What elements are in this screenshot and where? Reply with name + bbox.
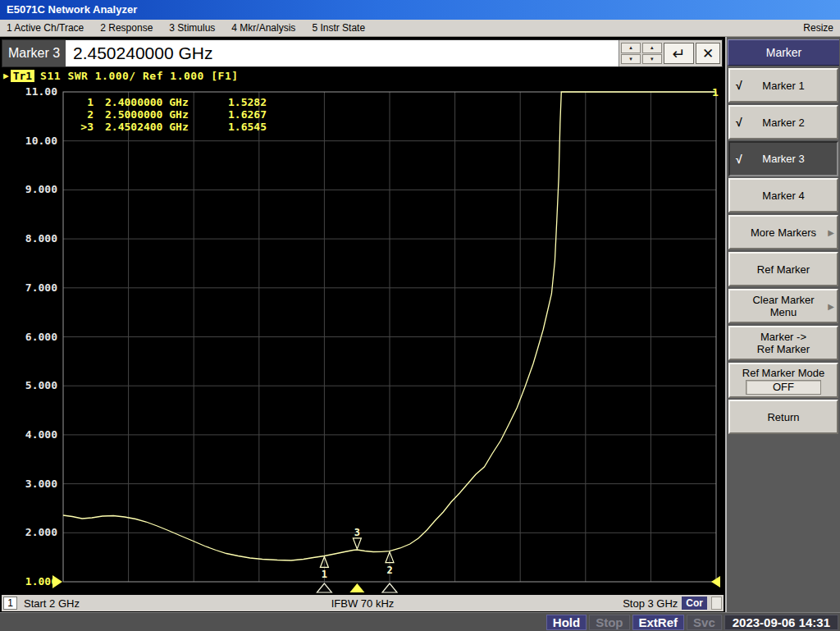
marker-number-label: 2 <box>386 565 392 576</box>
system-status-bar: Hold Stop ExtRef Svc 2023-09-06 14:31 <box>0 612 840 631</box>
fine-stepper: ▴ ▾ <box>642 43 662 64</box>
softkey-label: Marker 1 <box>762 80 804 92</box>
trigger-status-stop: Stop <box>589 615 629 630</box>
softkey-marker-to-ref-marker[interactable]: Marker -> Ref Marker <box>728 326 838 360</box>
checkmark-icon: √ <box>736 117 742 129</box>
softkey-label-line1: Clear Marker <box>752 294 814 306</box>
reference-status-extref: ExtRef <box>632 615 685 630</box>
marker-symbol[interactable] <box>353 538 361 549</box>
marker-entry-bar: Marker 3 2.450240000 GHz ▴ ▾ ▴ ▾ ↵ ✕ <box>2 39 723 67</box>
window-title: E5071C Network Analyzer <box>7 3 137 16</box>
softkey-ref-marker-mode[interactable]: Ref Marker Mode OFF <box>728 363 838 398</box>
marker-value-input[interactable]: 2.450240000 GHz <box>66 40 619 66</box>
swr-trace <box>63 92 714 560</box>
menu-resize[interactable]: Resize <box>803 22 833 34</box>
fine-step-up-button[interactable]: ▴ <box>642 43 662 53</box>
menu-bar: 1 Active Ch/Trace 2 Response 3 Stimulus … <box>0 20 840 37</box>
softkey-label: Marker 2 <box>762 117 804 129</box>
trace-number-label: 1 <box>712 86 719 98</box>
softkey-label-line2: Menu <box>752 306 814 318</box>
ref-level-arrow-left-icon <box>52 575 62 588</box>
menu-response[interactable]: 2 Response <box>100 22 153 34</box>
marker-row-value: 1.6267 <box>225 108 267 121</box>
instrument-screen: Marker 3 2.450240000 GHz ▴ ▾ ▴ ▾ ↵ ✕ ▶ T… <box>0 37 725 612</box>
marker-row-value: 1.6545 <box>225 121 267 133</box>
enter-icon: ↵ <box>672 44 685 63</box>
active-trace-arrow-icon: ▶ <box>3 71 9 81</box>
marker-row-frequency: 2.4502400 GHz <box>94 121 225 133</box>
coarse-step-up-button[interactable]: ▴ <box>621 43 641 53</box>
softkey-more-markers[interactable]: More Markers ▶ <box>728 215 838 249</box>
marker-row-value: 1.5282 <box>225 96 267 108</box>
trace-badge[interactable]: Tr1 <box>11 70 34 82</box>
title-bar: E5071C Network Analyzer <box>0 0 840 20</box>
ref-marker-mode-value: OFF <box>746 380 821 395</box>
menu-mkr-analysis[interactable]: 4 Mkr/Analysis <box>231 22 295 34</box>
marker-readout-table: 1 2.4000000 GHz 1.5282 2 2.5000000 GHz 1… <box>69 96 267 133</box>
marker-row-number: 1 <box>69 96 94 108</box>
marker-table-row: >3 2.4502400 GHz 1.6545 <box>69 121 267 133</box>
softkey-label: Marker 4 <box>762 190 804 202</box>
checkmark-icon: √ <box>736 80 742 92</box>
softkey-label-line2: Ref Marker <box>757 343 810 355</box>
softkey-return[interactable]: Return <box>728 400 838 434</box>
entry-enter-button[interactable]: ↵ <box>664 43 695 64</box>
trigger-status-hold: Hold <box>546 615 587 630</box>
softkey-ref-marker[interactable]: Ref Marker <box>728 252 838 286</box>
softkey-label: Marker 3 <box>762 153 804 165</box>
marker-stimulus-icon[interactable] <box>382 583 397 592</box>
softkey-marker-3[interactable]: √ Marker 3 <box>728 141 838 176</box>
menu-active-ch-trace[interactable]: 1 Active Ch/Trace <box>7 22 84 34</box>
marker-number-label: 3 <box>354 527 360 538</box>
swr-plot: 1123 <box>0 82 725 595</box>
trace-status-line: ▶ Tr1 S11 SWR 1.000/ Ref 1.000 [F1] <box>3 69 239 82</box>
softkey-marker-2[interactable]: √ Marker 2 <box>728 105 838 139</box>
active-marker-stimulus-icon[interactable] <box>349 583 364 592</box>
checkmark-icon: √ <box>736 153 742 165</box>
marker-row-frequency: 2.4000000 GHz <box>94 96 225 108</box>
marker-row-frequency: 2.5000000 GHz <box>94 108 225 121</box>
marker-stimulus-icon[interactable] <box>317 583 331 592</box>
softkey-marker-4[interactable]: Marker 4 <box>728 178 838 213</box>
softkey-marker-1[interactable]: √ Marker 1 <box>728 68 838 103</box>
softkey-sidebar: Marker √ Marker 1 √ Marker 2 √ Marker 3 … <box>727 37 840 612</box>
marker-number-label: 1 <box>322 569 327 580</box>
submenu-arrow-icon: ▶ <box>828 300 834 313</box>
coarse-step-down-button[interactable]: ▾ <box>621 54 641 65</box>
ifbw-label: IFBW 70 kHz <box>2 597 724 610</box>
channel-status-bar: 1 Start 2 GHz IFBW 70 kHz Stop 3 GHz Cor <box>2 595 724 611</box>
softkey-label: Ref Marker <box>757 263 810 276</box>
trace-format-text: S11 SWR 1.000/ Ref 1.000 [F1] <box>40 70 238 82</box>
marker-row-number: >3 <box>69 121 94 133</box>
coarse-stepper: ▴ ▾ <box>621 43 641 64</box>
service-status-svc: Svc <box>687 615 722 630</box>
softkey-label-line1: Ref Marker Mode <box>730 367 837 379</box>
softkey-menu-title: Marker <box>728 39 839 66</box>
marker-table-row: 2 2.5000000 GHz 1.6267 <box>69 108 267 121</box>
softkey-label-line1: Marker -> <box>757 331 810 343</box>
submenu-arrow-icon: ▶ <box>828 226 834 239</box>
entry-close-button[interactable]: ✕ <box>696 43 720 64</box>
softkey-clear-marker-menu[interactable]: Clear Marker Menu ▶ <box>728 289 838 323</box>
fine-step-down-button[interactable]: ▾ <box>642 54 662 65</box>
marker-row-number: 2 <box>69 108 94 121</box>
softkey-label: More Markers <box>751 226 816 239</box>
datetime-display: 2023-09-06 14:31 <box>724 615 838 630</box>
menu-instr-state[interactable]: 5 Instr State <box>312 22 365 34</box>
entry-field-label: Marker 3 <box>2 40 66 66</box>
close-icon: ✕ <box>702 45 714 62</box>
entry-controls: ▴ ▾ ▴ ▾ ↵ ✕ <box>619 40 722 66</box>
menu-stimulus[interactable]: 3 Stimulus <box>169 22 215 34</box>
marker-table-row: 1 2.4000000 GHz 1.5282 <box>69 96 267 108</box>
softkey-label: Return <box>767 411 799 423</box>
